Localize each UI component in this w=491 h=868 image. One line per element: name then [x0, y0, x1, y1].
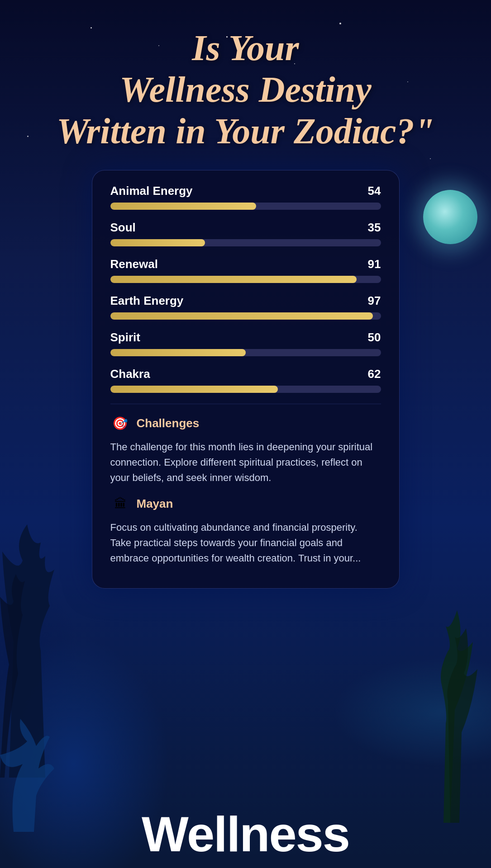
metric-label: Renewal	[110, 257, 158, 271]
section-title: Mayan	[137, 497, 173, 511]
progress-fill	[110, 386, 278, 393]
metric-header: Renewal 91	[110, 257, 381, 271]
progress-track	[110, 349, 381, 356]
metric-value: 62	[368, 367, 381, 381]
progress-track	[110, 386, 381, 393]
sections-list: 🎯 Challenges The challenge for this mont…	[110, 413, 381, 566]
section-title: Challenges	[137, 416, 200, 430]
metric-row: Earth Energy 97	[110, 294, 381, 320]
info-section: 🏛 Mayan Focus on cultivating abundance a…	[110, 494, 381, 566]
section-body: Focus on cultivating abundance and finan…	[110, 520, 381, 566]
metrics-card: Animal Energy 54 Soul 35 Renewal 91	[92, 170, 400, 589]
section-header: 🎯 Challenges	[110, 413, 381, 433]
metric-value: 54	[368, 184, 381, 198]
info-section: 🎯 Challenges The challenge for this mont…	[110, 413, 381, 486]
metric-row: Soul 35	[110, 221, 381, 246]
metric-header: Soul 35	[110, 221, 381, 235]
metric-row: Chakra 62	[110, 367, 381, 393]
progress-fill	[110, 349, 246, 356]
progress-fill	[110, 276, 357, 283]
progress-track	[110, 276, 381, 283]
metric-header: Chakra 62	[110, 367, 381, 381]
metric-value: 35	[368, 221, 381, 235]
watermark-bar: Wellness	[0, 809, 491, 868]
metric-label: Soul	[110, 221, 136, 235]
hero-section: Is Your Wellness Destiny Written in Your…	[38, 0, 453, 165]
progress-track	[110, 203, 381, 210]
section-header: 🏛 Mayan	[110, 494, 381, 514]
progress-fill	[110, 239, 205, 246]
main-content: Is Your Wellness Destiny Written in Your…	[0, 0, 491, 868]
section-body: The challenge for this month lies in dee…	[110, 439, 381, 486]
metric-value: 91	[368, 257, 381, 271]
metric-label: Animal Energy	[110, 184, 193, 198]
section-icon: 🎯	[110, 413, 130, 433]
metric-row: Animal Energy 54	[110, 184, 381, 210]
metric-value: 50	[368, 330, 381, 344]
watermark-text: Wellness	[142, 806, 349, 862]
progress-fill	[110, 203, 257, 210]
progress-track	[110, 239, 381, 246]
card-divider	[110, 404, 381, 404]
metric-row: Renewal 91	[110, 257, 381, 283]
metric-label: Earth Energy	[110, 294, 184, 308]
metric-header: Animal Energy 54	[110, 184, 381, 198]
metric-label: Chakra	[110, 367, 150, 381]
metric-row: Spirit 50	[110, 330, 381, 356]
section-icon: 🏛	[110, 494, 130, 514]
metrics-list: Animal Energy 54 Soul 35 Renewal 91	[110, 184, 381, 393]
metric-header: Earth Energy 97	[110, 294, 381, 308]
progress-track	[110, 312, 381, 320]
metric-label: Spirit	[110, 330, 140, 344]
metric-value: 97	[368, 294, 381, 308]
hero-title: Is Your Wellness Destiny Written in Your…	[57, 27, 434, 152]
progress-fill	[110, 312, 373, 320]
metric-header: Spirit 50	[110, 330, 381, 344]
